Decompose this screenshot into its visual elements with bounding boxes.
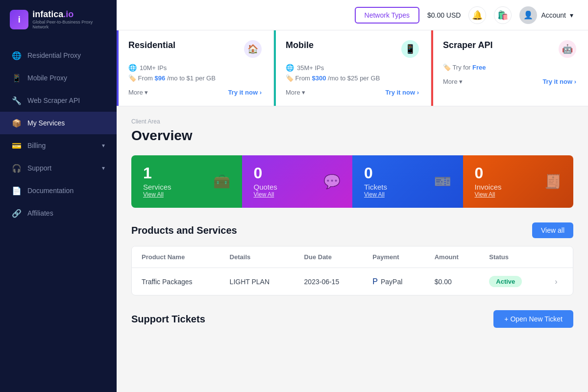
- card-price: 🏷️ From $96 /mo to $1 per GB: [128, 74, 262, 82]
- card-actions: More ▾ Try it now ›: [443, 78, 576, 85]
- card-price: 🏷️ Try for Free: [443, 64, 576, 71]
- more-button[interactable]: More ▾: [286, 89, 305, 96]
- chevron-icon: ▾: [102, 165, 105, 172]
- price-label-icon: 🏷️: [443, 64, 451, 71]
- sidebar-item-billing[interactable]: 💳 Billing ▾: [0, 134, 117, 157]
- documentation-icon: 📄: [12, 186, 22, 196]
- network-types-button[interactable]: Network Types: [355, 7, 419, 24]
- logo-icon: i: [10, 10, 28, 29]
- stat-right: 🧰: [213, 173, 230, 190]
- table-header-cell: Amount: [425, 246, 480, 268]
- residential-proxy-icon: 🌐: [12, 50, 22, 60]
- stat-label: Invoices: [475, 183, 502, 191]
- cell-payment: P PayPal: [363, 268, 424, 295]
- stat-left: 1 Services View All: [143, 165, 172, 198]
- sidebar-item-label: Affiliates: [27, 209, 53, 217]
- chevron-down-icon: ▾: [570, 11, 573, 19]
- avatar: 👤: [519, 6, 537, 24]
- card-ips: 🌐 35M+ IPs: [286, 64, 419, 72]
- card-top: Residential 🏠: [128, 40, 262, 58]
- try-now-button[interactable]: Try it now ›: [228, 89, 262, 96]
- affiliates-icon: 🔗: [12, 208, 22, 218]
- table-header: Product NameDetailsDue DatePaymentAmount…: [132, 246, 573, 268]
- products-table: Product NameDetailsDue DatePaymentAmount…: [132, 246, 573, 295]
- sidebar-item-support[interactable]: 🎧 Support ▾: [0, 157, 117, 179]
- stat-card-quotes: 0 Quotes View All 💬: [242, 155, 353, 208]
- table-header-cell: Status: [479, 246, 545, 268]
- open-ticket-button[interactable]: + Open New Ticket: [493, 310, 573, 328]
- sidebar-item-label: Mobile Proxy: [27, 74, 67, 82]
- price-value: $300: [312, 74, 326, 82]
- chevron-icon: ▾: [102, 142, 105, 149]
- sidebar-item-residential-proxy[interactable]: 🌐 Residential Proxy: [0, 44, 117, 67]
- card-title: Scraper API: [443, 40, 492, 50]
- support-section-header: Support Tickets + Open New Ticket: [131, 310, 573, 328]
- sidebar-item-mobile-proxy[interactable]: 📱 Mobile Proxy: [0, 67, 117, 89]
- cell-action[interactable]: ›: [545, 268, 573, 295]
- stat-number: 0: [254, 165, 277, 181]
- try-now-button[interactable]: Try it now ›: [385, 89, 419, 96]
- logo-domain: .io: [63, 9, 74, 19]
- products-view-all-button[interactable]: View all: [532, 222, 573, 238]
- stat-view-all-link[interactable]: View All: [364, 191, 387, 198]
- card-top: Mobile 📱: [286, 40, 419, 58]
- sidebar-nav: 🌐 Residential Proxy 📱 Mobile Proxy 🔧 Web…: [0, 39, 117, 392]
- products-banner: Residential 🏠 🌐 10M+ IPs 🏷️ From $96 /mo…: [117, 30, 588, 106]
- stat-label: Services: [143, 183, 172, 191]
- cart-button[interactable]: 🛍️: [494, 6, 512, 24]
- more-button[interactable]: More ▾: [128, 89, 148, 96]
- billing-icon: 💳: [12, 141, 22, 150]
- globe-icon: 🌐: [128, 64, 137, 72]
- table-body: Traffic Packages LIGHT PLAN 2023-06-15 P…: [132, 268, 573, 295]
- support-section: Support Tickets + Open New Ticket: [131, 310, 573, 328]
- sidebar-item-affiliates[interactable]: 🔗 Affiliates: [0, 202, 117, 224]
- account-menu[interactable]: 👤 Account ▾: [519, 6, 573, 24]
- table-header-cell: Payment: [363, 246, 424, 268]
- stat-view-all-link[interactable]: View All: [475, 191, 502, 198]
- sidebar-item-documentation[interactable]: 📄 Documentation: [0, 179, 117, 202]
- row-arrow-icon[interactable]: ›: [555, 277, 557, 286]
- sidebar-item-my-services[interactable]: 📦 My Services: [0, 112, 117, 134]
- stat-number: 0: [364, 165, 387, 181]
- stat-icon: 🧰: [213, 173, 230, 190]
- stat-icon: 💬: [323, 173, 341, 190]
- card-top: Scraper API 🤖: [443, 40, 576, 58]
- support-icon: 🎧: [12, 163, 22, 173]
- table-header-cell-action: [545, 246, 573, 268]
- card-accent: [431, 30, 433, 106]
- stat-number: 1: [143, 165, 172, 181]
- header: Network Types $0.00 USD 🔔 🛍️ 👤 Account ▾: [117, 0, 588, 30]
- banner-card-scraper-api: Scraper API 🤖 🏷️ Try for Free More ▾ Try…: [431, 30, 588, 106]
- stat-left: 0 Invoices View All: [475, 165, 502, 198]
- stat-card-tickets: 0 Tickets View All 🎫: [352, 155, 463, 208]
- paypal-icon: P: [372, 277, 378, 286]
- stat-card-invoices: 0 Invoices View All 🧾: [463, 155, 574, 208]
- logo-name: infatica.io: [32, 10, 107, 19]
- logo-subtitle: Global Peer-to-Business Proxy Network: [32, 20, 107, 29]
- notifications-button[interactable]: 🔔: [468, 6, 486, 24]
- table-header-cell: Product Name: [132, 246, 220, 268]
- stat-view-all-link[interactable]: View All: [143, 191, 172, 198]
- card-actions: More ▾ Try it now ›: [128, 89, 262, 96]
- stat-number: 0: [475, 165, 502, 181]
- sidebar-item-web-scraper-api[interactable]: 🔧 Web Scraper API: [0, 89, 117, 112]
- banner-card-mobile: Mobile 📱 🌐 35M+ IPs 🏷️ From $300 /mo to …: [274, 30, 431, 106]
- try-now-button[interactable]: Try it now ›: [542, 78, 576, 85]
- main-content: Network Types $0.00 USD 🔔 🛍️ 👤 Account ▾…: [117, 0, 588, 392]
- page-title: Overview: [131, 128, 573, 144]
- status-badge: Active: [489, 276, 522, 287]
- sidebar-item-label: Support: [27, 164, 51, 172]
- table-header-cell: Due Date: [294, 246, 363, 268]
- card-icon: 📱: [401, 40, 419, 58]
- stat-card-services: 1 Services View All 🧰: [131, 155, 242, 208]
- table-header-row: Product NameDetailsDue DatePaymentAmount…: [132, 246, 573, 268]
- stat-left: 0 Tickets View All: [364, 165, 387, 198]
- more-button[interactable]: More ▾: [443, 78, 463, 85]
- card-icon: 🏠: [244, 40, 262, 58]
- stats-grid: 1 Services View All 🧰 0 Quotes View All …: [131, 155, 573, 208]
- card-title: Mobile: [286, 40, 314, 50]
- stat-view-all-link[interactable]: View All: [254, 191, 277, 198]
- card-title: Residential: [128, 40, 175, 50]
- stat-icon: 🧾: [544, 173, 562, 190]
- card-actions: More ▾ Try it now ›: [286, 89, 419, 96]
